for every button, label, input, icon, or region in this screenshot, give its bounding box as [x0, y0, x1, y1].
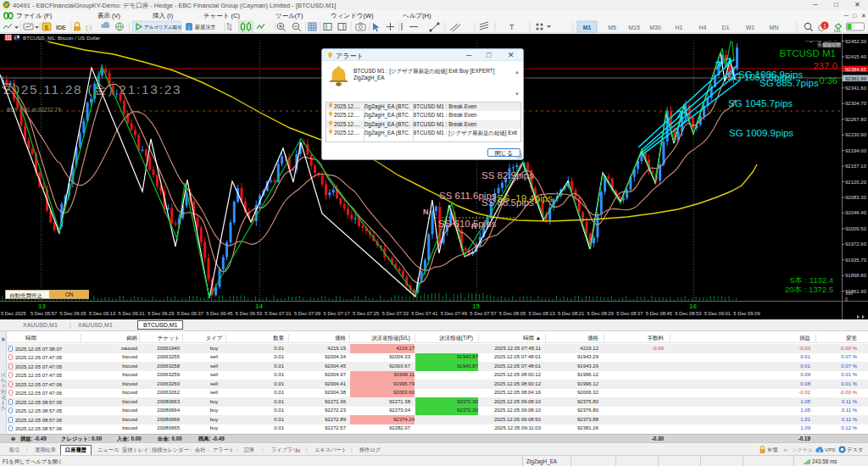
- svg-text:5本 : 1132.4: 5本 : 1132.4: [790, 275, 833, 285]
- svg-text:5 Dec 2025: 5 Dec 2025: [1, 311, 26, 316]
- svg-text:BUY 0.01 at 92272.79: BUY 0.01 at 92272.79: [7, 107, 61, 113]
- svg-text:BTCUSD, M1: Bitcoin / US Dolla: BTCUSD, M1: Bitcoin / US Dollar: [23, 35, 100, 41]
- svg-text:N: N: [423, 208, 429, 216]
- svg-text:SG 1045.7pips: SG 1045.7pips: [728, 98, 793, 108]
- svg-text:5 Dec 07:09: 5 Dec 07:09: [294, 311, 320, 316]
- svg-text:5 Dec 06:21: 5 Dec 06:21: [119, 311, 145, 316]
- svg-text:14: 14: [255, 302, 263, 310]
- svg-text:5 Dec 07:41: 5 Dec 07:41: [411, 311, 437, 316]
- svg-text:5 Dec 05:57: 5 Dec 05:57: [31, 311, 57, 316]
- svg-text:1: 1: [823, 23, 826, 29]
- svg-text:92083.30: 92083.30: [845, 195, 867, 200]
- svg-text:15: 15: [472, 302, 480, 310]
- svg-text:92157.10: 92157.10: [845, 164, 867, 169]
- svg-text:5 Dec 06:13: 5 Dec 06:13: [89, 311, 115, 316]
- svg-text:92415.40: 92415.40: [845, 54, 867, 59]
- svg-text:5 Dec 06:37: 5 Dec 06:37: [177, 311, 203, 316]
- svg-text:5 Dec 08:13: 5 Dec 08:13: [528, 311, 554, 316]
- svg-text:2025.11.28 (金) 21:13:23: 2025.11.28 (金) 21:13:23: [3, 82, 181, 97]
- svg-text:91935.70: 91935.70: [845, 258, 867, 263]
- svg-text:5 Dec 08:21: 5 Dec 08:21: [558, 311, 584, 316]
- svg-text:M30: M30: [649, 25, 661, 31]
- svg-text:91972.60: 91972.60: [845, 241, 867, 247]
- svg-text:5 Dec 09:09: 5 Dec 09:09: [733, 311, 760, 316]
- svg-text:92194.00: 92194.00: [845, 148, 867, 153]
- svg-text:92341.60: 92341.60: [845, 86, 867, 91]
- svg-text:5 Dec 06:29: 5 Dec 06:29: [147, 311, 174, 316]
- svg-text:0:36: 0:36: [820, 75, 837, 86]
- svg-text:M5: M5: [608, 25, 616, 31]
- svg-text:W1: W1: [746, 25, 755, 31]
- svg-text:16: 16: [689, 302, 697, 310]
- svg-text:20本 : 1372.5: 20本 : 1372.5: [785, 285, 833, 294]
- svg-text:H1: H1: [676, 25, 683, 31]
- svg-text:92230.90: 92230.90: [845, 132, 867, 137]
- svg-text:5 Dec 08:45: 5 Dec 08:45: [646, 311, 672, 316]
- svg-text:92046.40: 92046.40: [845, 210, 867, 215]
- svg-text:92452.30: 92452.30: [845, 39, 867, 44]
- svg-text:5 Dec 08:37: 5 Dec 08:37: [616, 311, 643, 316]
- svg-text:5 Dec 07:17: 5 Dec 07:17: [324, 311, 350, 316]
- svg-text:5 Dec 07:57: 5 Dec 07:57: [470, 311, 496, 316]
- svg-text:5 Dec 08:53: 5 Dec 08:53: [675, 311, 701, 316]
- svg-text:$: $: [45, 24, 49, 31]
- svg-text:5 Dec 07:25: 5 Dec 07:25: [353, 311, 379, 316]
- svg-text:BTCUSD M1: BTCUSD M1: [780, 48, 836, 58]
- svg-text:5 Dec 06:45: 5 Dec 06:45: [206, 311, 232, 316]
- svg-text:5 Dec 07:33: 5 Dec 07:33: [382, 311, 409, 316]
- svg-text:SS 610.5pips: SS 610.5pips: [438, 219, 497, 229]
- svg-text:237.0: 237.0: [813, 61, 837, 71]
- svg-text:H4: H4: [699, 25, 707, 31]
- svg-text:13: 13: [38, 302, 46, 310]
- svg-text:新規注文: 新規注文: [194, 24, 216, 31]
- svg-text:(·): (·): [86, 25, 92, 31]
- svg-text:SG 885.7pips: SG 885.7pips: [760, 78, 819, 88]
- svg-text:92267.80: 92267.80: [845, 117, 867, 122]
- svg-text:5 Dec 07:01: 5 Dec 07:01: [264, 311, 291, 316]
- svg-text:D1: D1: [722, 25, 730, 31]
- svg-text:100: 100: [845, 291, 853, 296]
- svg-text:92304.70: 92304.70: [845, 101, 867, 106]
- svg-text:M15: M15: [628, 25, 640, 31]
- svg-text:5 Dec 09:01: 5 Dec 09:01: [704, 311, 731, 316]
- svg-text:T: T: [509, 23, 515, 31]
- svg-text:SS 82.9pips: SS 82.9pips: [481, 170, 534, 180]
- svg-text:R: R: [471, 222, 477, 230]
- svg-text:SG 1009.9pips: SG 1009.9pips: [729, 128, 793, 138]
- svg-text:M1: M1: [583, 25, 592, 31]
- svg-text:5 Dec 08:05: 5 Dec 08:05: [499, 311, 526, 316]
- svg-text:5 Dec 07:49: 5 Dec 07:49: [441, 311, 467, 316]
- svg-text:92120.20: 92120.20: [845, 180, 867, 185]
- svg-text:MN: MN: [770, 25, 779, 31]
- svg-text:5 Dec 06:53: 5 Dec 06:53: [236, 311, 262, 316]
- svg-text:↓: ↓: [187, 25, 191, 31]
- svg-text:アルゴリズム取引: アルゴリズム取引: [144, 25, 182, 31]
- svg-text:92009.50: 92009.50: [845, 226, 867, 231]
- svg-text:SS -19.4pips: SS -19.4pips: [497, 193, 553, 203]
- svg-text:IDE: IDE: [56, 25, 66, 31]
- svg-text:92384.95: 92384.95: [845, 67, 867, 72]
- svg-text:91898.80: 91898.80: [845, 273, 867, 278]
- svg-text:5 Dec 06:05: 5 Dec 06:05: [59, 311, 86, 316]
- svg-text:92361.99: 92361.99: [845, 76, 867, 81]
- svg-text:LVL: LVL: [834, 29, 841, 33]
- svg-text:5 Dec 08:29: 5 Dec 08:29: [587, 311, 614, 316]
